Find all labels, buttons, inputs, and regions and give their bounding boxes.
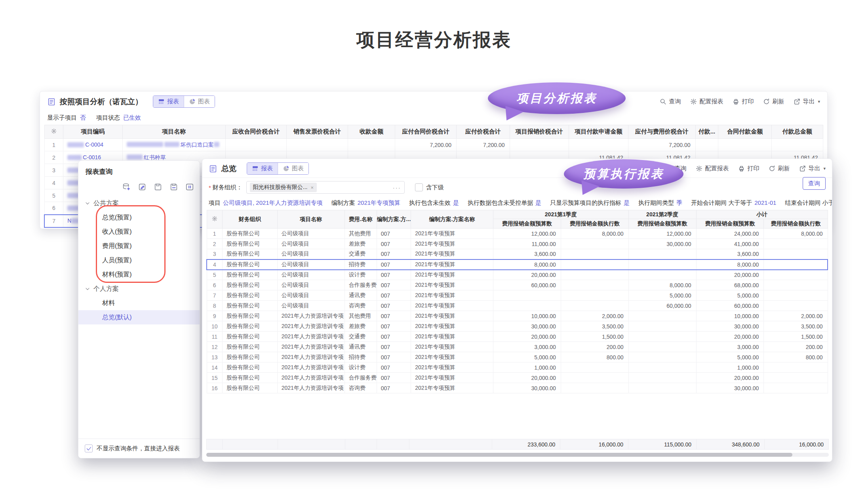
column-header: 付款...	[695, 125, 718, 139]
table-row[interactable]: 3股份有限公司公司级项目交通费0072021年专项预算3,600.003,600…	[207, 249, 828, 259]
required-asterisk: *	[209, 184, 211, 191]
search-tool[interactable]: 查询	[660, 98, 681, 105]
table-row[interactable]: 8股份有限公司公司级项目咨询费0072021年专项预算60,000.0060,0…	[207, 301, 828, 311]
edit-icon[interactable]	[138, 183, 147, 191]
column-header: 编制方案.方案名称	[411, 210, 493, 229]
panel-title: 报表查询	[78, 161, 200, 180]
tab-图表[interactable]: 图表	[278, 163, 308, 174]
tree-item-收入(预置)[interactable]: 收入(预置)	[78, 225, 200, 239]
totals-row: 233,600.0016,000.00115,000.00348,600.001…	[207, 439, 829, 450]
column-header: 项目名称	[277, 210, 345, 229]
search-icon	[660, 98, 666, 105]
summary-value[interactable]: 公司级项目, 2021年人力资源培训专项	[223, 199, 323, 207]
plan-tree: 公共方案总览(预置)收入(预置)费用(预置)人员(预置)材料(预置)个人方案材料…	[78, 196, 200, 324]
budget-report-callout: 预算执行报表	[564, 159, 683, 189]
column-settings-icon[interactable]	[44, 125, 63, 139]
period-group-header: 2021第2季度	[628, 210, 696, 219]
summary-value[interactable]: 2021年专项预算	[358, 199, 400, 207]
column-header: 应付合同价税合计	[395, 125, 457, 139]
table-row[interactable]: 12股份有限公司2021年人力资源培训专项通讯费0072021年专项预算3,00…	[207, 342, 828, 352]
front-window-titlebar: 总览 报表图表 查询配置报表打印刷新导出▾	[202, 159, 832, 178]
skip-query-checkbox[interactable]	[85, 444, 93, 452]
column-settings-icon[interactable]	[207, 210, 222, 229]
print-icon	[738, 165, 745, 172]
more-options-icon[interactable]: ···	[393, 184, 401, 191]
tab-报表[interactable]: 报表	[247, 163, 278, 174]
panel-icon-toolbar	[78, 180, 200, 196]
table-row[interactable]: 7股份有限公司公司级项目通讯费0072021年专项预算5,000.005,000…	[207, 290, 828, 301]
column-header: 合同付款金额	[718, 125, 772, 139]
redacted-text	[67, 155, 82, 160]
table-row[interactable]: 16股份有限公司2021年人力资源培训专项咨询费0072021年专项预算30,0…	[207, 383, 828, 393]
column-header: 收款金额	[348, 125, 395, 139]
table-row[interactable]: 5股份有限公司公司级项目设计费0072021年专项预算20,000.0020,0…	[207, 270, 828, 280]
table-row[interactable]: 6股份有限公司公司级项目合作服务费0072021年专项预算60,000.008,…	[207, 280, 828, 290]
summary-value[interactable]: 是	[453, 199, 459, 207]
save-icon[interactable]	[154, 183, 162, 191]
tree-item-费用(预置)[interactable]: 费用(预置)	[78, 239, 200, 253]
summary-执行包含未生效: 执行包含未生效是	[409, 199, 459, 207]
gear-tool[interactable]: 配置报表	[690, 98, 723, 105]
filter-value[interactable]: 否	[80, 114, 86, 122]
org-filter-input[interactable]: 阳光科技股份有限公... × ···	[246, 181, 405, 194]
screenshot-stage: 项目经营分析报表 按照项目分析（诺瓦立） 报表图表 查询配置报表打印刷新导出▾ …	[0, 0, 868, 494]
tree-item-材料(预置)[interactable]: 材料(预置)	[78, 267, 200, 282]
summary-value[interactable]: 2021-01	[754, 199, 776, 207]
back-window-toolbar: 查询配置报表打印刷新导出▾	[660, 98, 820, 105]
tree-item-总览(默认)[interactable]: 总览(默认)	[78, 310, 200, 324]
table-row[interactable]: 10股份有限公司2021年人力资源培训专项差旅费0072021年专项预算30,0…	[207, 321, 828, 332]
tree-item-人员(预置)[interactable]: 人员(预置)	[78, 253, 200, 267]
gear-icon	[696, 165, 702, 172]
db-add-icon[interactable]	[122, 183, 131, 191]
export-tool[interactable]: 导出▾	[799, 165, 826, 172]
chevron-down-icon	[85, 286, 90, 292]
refresh-tool[interactable]: 刷新	[769, 165, 790, 172]
column-header: 项目付款申请金额	[569, 125, 628, 139]
table-row[interactable]: 9股份有限公司2021年人力资源培训专项其他费用0072021年专项预算10,0…	[207, 311, 828, 321]
include-sub-checkbox[interactable]	[415, 183, 423, 191]
page-title: 项目经营分析报表	[0, 28, 868, 52]
query-button[interactable]: 查询	[803, 177, 826, 190]
tree-group-公共方案[interactable]: 公共方案	[78, 196, 200, 210]
table-row[interactable]: 15股份有限公司2021年人力资源培训专项合作服务费0072021年专项预算20…	[207, 373, 828, 383]
print-icon	[733, 98, 739, 105]
export-tool[interactable]: 导出▾	[794, 98, 820, 105]
print-tool[interactable]: 打印	[738, 165, 759, 172]
table-row[interactable]: 1股份有限公司公司级项目其他费用0072021年专项预算12,000.008,0…	[207, 229, 828, 239]
table-row[interactable]: 4股份有限公司公司级项目招待费0072021年专项预算8,000.008,000…	[207, 259, 828, 270]
summary-value[interactable]: 季	[676, 199, 682, 207]
column-header: 费用报销金额预算数	[628, 219, 696, 229]
summary-value[interactable]: 是	[624, 199, 630, 207]
tree-item-材料[interactable]: 材料	[78, 296, 200, 310]
table-row[interactable]: 13股份有限公司2021年人力资源培训专项招待费0072021年专项预算5,00…	[207, 352, 828, 362]
table-row[interactable]: 1C-0004坏伤口造口案7,200.007,200.007,200.00	[44, 139, 823, 151]
tag-close-icon[interactable]: ×	[311, 185, 314, 191]
summary-结束会计期间 小于等于: 结束会计期间 小于等于2021-06	[785, 199, 832, 207]
table-row[interactable]: 14股份有限公司2021年人力资源培训专项设计费0072021年专项预算1,00…	[207, 362, 828, 373]
table-row[interactable]: 11股份有限公司2021年人力资源培训专项交通费0072021年专项预算20,0…	[207, 332, 828, 342]
tree-item-总览(预置)[interactable]: 总览(预置)	[78, 210, 200, 225]
org-filter-row: * 财务组织： 阳光科技股份有限公... × ··· 含下级	[202, 178, 832, 195]
summary-value[interactable]: 是	[535, 199, 541, 207]
save-as-icon[interactable]	[169, 183, 178, 191]
table-row[interactable]: 2股份有限公司公司级项目差旅费0072021年专项预算11,000.0030,0…	[207, 239, 828, 249]
tab-图表[interactable]: 图表	[184, 96, 215, 107]
column-header: 应付与费用价税合计	[628, 125, 695, 139]
summary-编制方案: 编制方案2021年专项预算	[331, 199, 400, 207]
totals-table: 233,600.0016,000.00115,000.00348,600.001…	[206, 439, 829, 450]
refresh-tool[interactable]: 刷新	[763, 98, 784, 105]
scrollbar-thumb[interactable]	[206, 453, 792, 457]
gear-tool[interactable]: 配置报表	[696, 165, 729, 172]
column-header: 费用.名称	[345, 210, 377, 229]
back-window-view-tabs: 报表图表	[153, 95, 215, 108]
tree-group-个人方案[interactable]: 个人方案	[78, 282, 200, 296]
tab-报表[interactable]: 报表	[153, 96, 184, 107]
columns-icon[interactable]	[185, 183, 194, 191]
refresh-icon	[763, 98, 770, 105]
print-tool[interactable]: 打印	[733, 98, 754, 105]
front-window-title: 总览	[221, 164, 236, 174]
filter-value[interactable]: 已生效	[123, 114, 141, 122]
horizontal-scrollbar[interactable]	[206, 453, 829, 457]
filter-项目状态: 项目状态已生效	[96, 114, 141, 122]
period-group-header: 2021第1季度	[493, 210, 628, 219]
